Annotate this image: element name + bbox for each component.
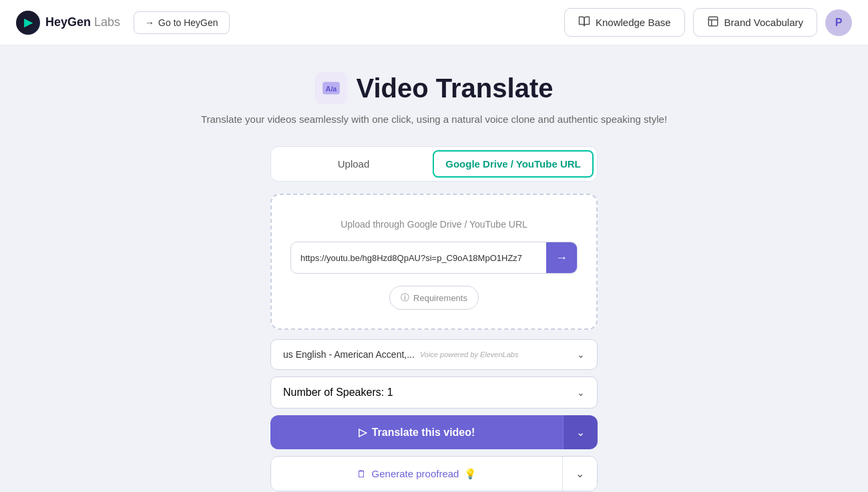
proofread-doc-icon: 🗒 [357, 468, 367, 479]
go-to-heygen-button[interactable]: → Go to HeyGen [134, 11, 230, 34]
tab-google-drive[interactable]: Google Drive / YouTube URL [433, 150, 594, 178]
knowledge-base-button[interactable]: Knowledge Base [564, 8, 685, 37]
logo-icon: ▶ [16, 11, 40, 35]
chevron-down-icon: ⌄ [577, 387, 585, 398]
upload-area-label: Upload through Google Drive / YouTube UR… [341, 219, 527, 230]
header-right: Knowledge Base Brand Vocabulary P [564, 8, 852, 37]
proofread-dropdown-button[interactable]: ⌄ [562, 457, 597, 491]
url-input[interactable] [291, 245, 546, 271]
voice-dropdown[interactable]: us English - American Accent,... Voice p… [270, 339, 598, 370]
page-title-row: A/a Video Translate [315, 72, 554, 104]
main-content: A/a Video Translate Translate your video… [0, 45, 868, 492]
tab-upload[interactable]: Upload [274, 150, 433, 178]
brand-vocabulary-button[interactable]: Brand Vocabulary [693, 8, 817, 37]
translate-dropdown-button[interactable]: ⌄ [563, 415, 598, 449]
logo: ▶ HeyGen Labs [16, 11, 120, 35]
bv-icon [707, 15, 719, 29]
arrow-right-icon: → [556, 251, 568, 265]
logo-text: HeyGen Labs [45, 15, 120, 29]
tab-container: Upload Google Drive / YouTube URL [270, 146, 598, 182]
svg-text:A/a: A/a [325, 85, 337, 93]
proofread-emoji: 💡 [464, 468, 477, 480]
header-left: ▶ HeyGen Labs → Go to HeyGen [16, 11, 230, 35]
translate-button-row: ▷ Translate this video! ⌄ [270, 415, 598, 449]
elevenlabs-label: Voice powered by ElevenLabs [420, 350, 519, 358]
url-submit-button[interactable]: → [546, 242, 577, 273]
voice-dropdown-left: us English - American Accent,... Voice p… [283, 349, 518, 360]
chevron-down-icon: ⌄ [576, 467, 584, 480]
translate-play-icon: ▷ [359, 426, 367, 439]
chevron-down-icon: ⌄ [576, 426, 585, 439]
voice-value: us English - American Accent,... [283, 349, 415, 360]
speakers-label: Number of Speakers: 1 [283, 387, 393, 399]
speakers-dropdown[interactable]: Number of Speakers: 1 ⌄ [270, 377, 598, 409]
header: ▶ HeyGen Labs → Go to HeyGen Knowledge B… [0, 0, 868, 45]
page-subtitle: Translate your videos seamlessly with on… [201, 113, 667, 125]
upload-area: Upload through Google Drive / YouTube UR… [270, 194, 598, 330]
info-icon: ⓘ [401, 292, 409, 304]
requirements-button[interactable]: ⓘ Requirements [389, 286, 479, 310]
title-icon: A/a [315, 72, 347, 104]
kb-icon [578, 15, 590, 29]
proofread-button-row: 🗒 Generate proofread 💡 ⌄ [270, 456, 598, 491]
avatar: P [825, 9, 852, 36]
proofread-button[interactable]: 🗒 Generate proofread 💡 [271, 457, 562, 491]
arrow-right-icon: → [145, 17, 154, 28]
chevron-down-icon: ⌄ [577, 349, 585, 360]
svg-rect-0 [708, 17, 718, 26]
page-title: Video Translate [357, 73, 554, 103]
translate-button[interactable]: ▷ Translate this video! [270, 415, 563, 449]
url-input-row: → [290, 242, 578, 274]
